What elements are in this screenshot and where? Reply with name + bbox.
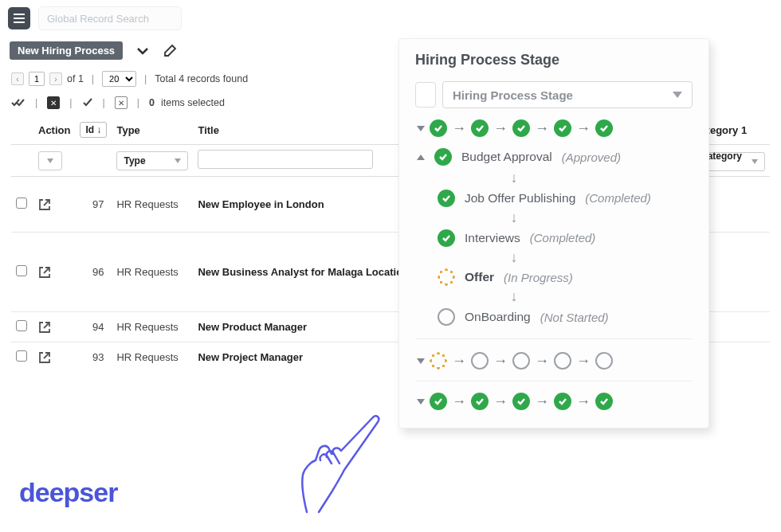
row-checkbox[interactable] <box>16 320 27 331</box>
stage-dropdown[interactable]: Hiring Process Stage <box>442 81 693 108</box>
pagination-separator: | <box>88 73 97 84</box>
row-type: HR Requests <box>112 342 193 373</box>
page-of-label: of 1 <box>67 73 84 84</box>
arrow-down-icon: ↓ <box>336 170 693 186</box>
panel-heading: Hiring Process Stage <box>415 52 693 68</box>
single-check-icon[interactable] <box>82 98 93 108</box>
page-title-pill: New Hiring Process <box>10 41 123 60</box>
stage-summary-row-3: → → → → <box>415 393 693 410</box>
open-record-icon[interactable] <box>38 351 70 364</box>
row-type: HR Requests <box>112 177 193 233</box>
page-size-select[interactable]: 20 <box>102 71 136 87</box>
col-action: Action <box>33 117 75 145</box>
stage-detail-expanded: Budget Approval (Approved) ↓ Job Offer P… <box>415 148 693 339</box>
row-type: HR Requests <box>112 312 193 342</box>
row-type: HR Requests <box>112 233 193 312</box>
pagination-separator-2: | <box>141 73 150 84</box>
panel-side-box[interactable] <box>415 82 436 108</box>
row-id: 96 <box>75 233 112 312</box>
row-id: 94 <box>75 312 112 342</box>
row-checkbox[interactable] <box>16 350 27 362</box>
open-record-icon[interactable] <box>38 321 70 334</box>
brand-logo: deepser <box>19 477 117 508</box>
row-checkbox[interactable] <box>16 198 27 209</box>
type-filter-dropdown[interactable]: Type <box>116 151 188 170</box>
row-checkbox[interactable] <box>16 265 27 276</box>
col-id-sort[interactable]: Id↓ <box>80 122 107 138</box>
page-prev-button[interactable]: ‹ <box>11 72 24 85</box>
dropdown-caret-icon <box>673 92 682 98</box>
title-filter-input[interactable] <box>198 150 373 169</box>
progress-circle-icon <box>438 268 455 286</box>
stage-summary-row-2: → → → → <box>415 352 693 381</box>
deselect-all-icon[interactable]: ✕ <box>47 96 60 109</box>
total-records-label: Total 4 records found <box>155 73 248 84</box>
pointing-hand-illustration <box>279 413 383 516</box>
open-record-icon[interactable] <box>38 198 70 211</box>
selected-count: 0 <box>149 97 155 108</box>
check-circle-icon <box>438 190 455 207</box>
hamburger-menu-button[interactable] <box>8 7 30 29</box>
collapse-toggle-icon[interactable] <box>417 126 425 131</box>
search-placeholder: Global Record Search <box>47 13 149 25</box>
collapse-toggle-icon[interactable] <box>417 399 425 405</box>
stage-summary-row-1: → → → → <box>415 119 693 137</box>
select-all-icon[interactable] <box>11 97 26 108</box>
page-number-input[interactable] <box>29 72 45 86</box>
action-filter-dropdown[interactable] <box>38 151 62 170</box>
selected-label: items selected <box>161 97 225 108</box>
open-record-icon[interactable] <box>38 266 70 279</box>
expand-toggle-icon[interactable] <box>417 155 425 160</box>
global-search-input[interactable]: Global Record Search <box>38 6 182 30</box>
empty-circle-icon <box>438 308 455 326</box>
row-id: 93 <box>75 342 112 373</box>
page-next-button[interactable]: › <box>49 72 62 85</box>
edit-icon[interactable] <box>163 44 177 58</box>
chevron-down-icon[interactable] <box>135 46 150 56</box>
col-type: Type <box>112 117 193 145</box>
check-circle-icon <box>438 229 455 247</box>
collapse-toggle-icon[interactable] <box>417 358 425 364</box>
check-circle-icon <box>434 148 452 166</box>
hiring-stage-panel: Hiring Process Stage Hiring Process Stag… <box>398 38 709 428</box>
clear-selection-icon[interactable]: ✕ <box>115 96 128 109</box>
row-id: 97 <box>75 177 112 233</box>
